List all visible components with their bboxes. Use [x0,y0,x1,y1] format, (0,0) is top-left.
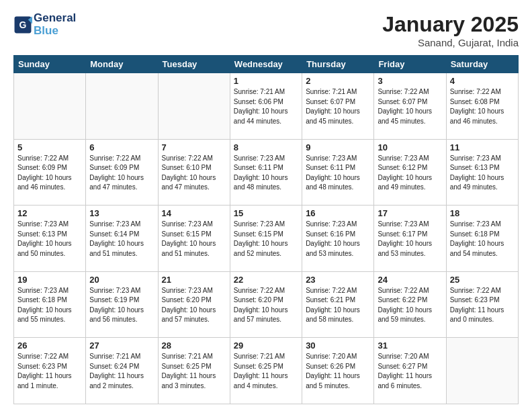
day-cell: 9Sunrise: 7:23 AM Sunset: 6:11 PM Daylig… [302,139,374,205]
col-sunday: Sunday [14,56,86,73]
day-cell: 26Sunrise: 7:22 AM Sunset: 6:23 PM Dayli… [14,338,86,404]
day-number: 29 [234,340,298,351]
day-info: Sunrise: 7:21 AM Sunset: 6:07 PM Dayligh… [306,87,370,126]
day-info: Sunrise: 7:20 AM Sunset: 6:27 PM Dayligh… [378,352,442,391]
day-cell: 15Sunrise: 7:23 AM Sunset: 6:15 PM Dayli… [230,205,302,272]
day-info: Sunrise: 7:23 AM Sunset: 6:12 PM Dayligh… [378,154,442,193]
day-cell: 29Sunrise: 7:21 AM Sunset: 6:25 PM Dayli… [230,338,302,404]
day-info: Sunrise: 7:22 AM Sunset: 6:09 PM Dayligh… [17,154,82,193]
day-number: 18 [450,208,515,218]
day-cell: 27Sunrise: 7:21 AM Sunset: 6:24 PM Dayli… [86,338,158,404]
day-cell: 19Sunrise: 7:23 AM Sunset: 6:18 PM Dayli… [14,271,86,338]
day-cell: 6Sunrise: 7:22 AM Sunset: 6:09 PM Daylig… [86,139,158,205]
week-row-4: 19Sunrise: 7:23 AM Sunset: 6:18 PM Dayli… [14,271,519,338]
day-cell: 20Sunrise: 7:23 AM Sunset: 6:19 PM Dayli… [86,271,158,338]
day-number: 14 [162,208,226,218]
day-number: 6 [89,142,154,152]
day-info: Sunrise: 7:23 AM Sunset: 6:11 PM Dayligh… [306,154,370,193]
day-cell: 18Sunrise: 7:23 AM Sunset: 6:18 PM Dayli… [446,205,518,272]
week-row-2: 5Sunrise: 7:22 AM Sunset: 6:09 PM Daylig… [14,139,519,205]
day-cell: 3Sunrise: 7:22 AM Sunset: 6:07 PM Daylig… [374,73,446,140]
calendar-header-row: Sunday Monday Tuesday Wednesday Thursday… [14,56,519,73]
day-cell: 25Sunrise: 7:22 AM Sunset: 6:23 PM Dayli… [446,271,518,338]
day-cell [14,73,86,140]
header: G General Blue January 2025 Sanand, Guja… [13,12,519,48]
calendar-table: Sunday Monday Tuesday Wednesday Thursday… [13,55,519,404]
month-title: January 2025 [382,12,519,37]
day-info: Sunrise: 7:22 AM Sunset: 6:23 PM Dayligh… [17,352,82,391]
day-cell: 28Sunrise: 7:21 AM Sunset: 6:25 PM Dayli… [158,338,230,404]
day-info: Sunrise: 7:21 AM Sunset: 6:06 PM Dayligh… [234,87,298,126]
day-number: 26 [17,340,82,351]
col-saturday: Saturday [446,56,518,73]
day-number: 22 [234,275,298,285]
day-cell: 10Sunrise: 7:23 AM Sunset: 6:12 PM Dayli… [374,139,446,205]
day-number: 5 [17,142,82,152]
day-number: 19 [17,275,82,285]
day-cell: 11Sunrise: 7:23 AM Sunset: 6:13 PM Dayli… [446,139,518,205]
week-row-5: 26Sunrise: 7:22 AM Sunset: 6:23 PM Dayli… [14,338,519,404]
logo-line2: Blue [34,25,76,38]
day-number: 28 [162,340,226,351]
day-info: Sunrise: 7:22 AM Sunset: 6:10 PM Dayligh… [162,154,226,193]
day-cell: 16Sunrise: 7:23 AM Sunset: 6:16 PM Dayli… [302,205,374,272]
day-info: Sunrise: 7:22 AM Sunset: 6:20 PM Dayligh… [234,286,298,325]
day-cell: 1Sunrise: 7:21 AM Sunset: 6:06 PM Daylig… [230,73,302,140]
day-number: 11 [450,142,515,152]
day-info: Sunrise: 7:20 AM Sunset: 6:26 PM Dayligh… [306,352,370,391]
day-cell: 23Sunrise: 7:22 AM Sunset: 6:21 PM Dayli… [302,271,374,338]
title-block: January 2025 Sanand, Gujarat, India [382,12,519,48]
day-info: Sunrise: 7:23 AM Sunset: 6:19 PM Dayligh… [89,286,154,325]
day-number: 23 [306,275,370,285]
day-info: Sunrise: 7:23 AM Sunset: 6:13 PM Dayligh… [17,220,82,259]
day-cell: 31Sunrise: 7:20 AM Sunset: 6:27 PM Dayli… [374,338,446,404]
day-info: Sunrise: 7:22 AM Sunset: 6:23 PM Dayligh… [450,286,515,325]
day-number: 17 [378,208,442,218]
day-number: 20 [89,275,154,285]
day-number: 3 [378,76,442,86]
col-thursday: Thursday [302,56,374,73]
day-cell [446,338,518,404]
day-cell: 30Sunrise: 7:20 AM Sunset: 6:26 PM Dayli… [302,338,374,404]
day-info: Sunrise: 7:22 AM Sunset: 6:08 PM Dayligh… [450,87,515,126]
day-cell: 5Sunrise: 7:22 AM Sunset: 6:09 PM Daylig… [14,139,86,205]
day-number: 15 [234,208,298,218]
day-number: 30 [306,340,370,351]
day-info: Sunrise: 7:23 AM Sunset: 6:13 PM Dayligh… [450,154,515,193]
day-cell: 22Sunrise: 7:22 AM Sunset: 6:20 PM Dayli… [230,271,302,338]
day-cell: 17Sunrise: 7:23 AM Sunset: 6:17 PM Dayli… [374,205,446,272]
day-number: 31 [378,340,442,351]
col-tuesday: Tuesday [158,56,230,73]
day-info: Sunrise: 7:23 AM Sunset: 6:14 PM Dayligh… [89,220,154,259]
day-cell: 2Sunrise: 7:21 AM Sunset: 6:07 PM Daylig… [302,73,374,140]
week-row-1: 1Sunrise: 7:21 AM Sunset: 6:06 PM Daylig… [14,73,519,140]
day-number: 4 [450,76,515,86]
col-monday: Monday [86,56,158,73]
day-info: Sunrise: 7:21 AM Sunset: 6:25 PM Dayligh… [234,352,298,391]
day-cell: 21Sunrise: 7:23 AM Sunset: 6:20 PM Dayli… [158,271,230,338]
day-info: Sunrise: 7:23 AM Sunset: 6:15 PM Dayligh… [234,220,298,259]
day-cell: 7Sunrise: 7:22 AM Sunset: 6:10 PM Daylig… [158,139,230,205]
day-cell: 12Sunrise: 7:23 AM Sunset: 6:13 PM Dayli… [14,205,86,272]
week-row-3: 12Sunrise: 7:23 AM Sunset: 6:13 PM Dayli… [14,205,519,272]
day-number: 9 [306,142,370,152]
location-subtitle: Sanand, Gujarat, India [382,37,519,48]
day-number: 2 [306,76,370,86]
day-info: Sunrise: 7:21 AM Sunset: 6:24 PM Dayligh… [89,352,154,391]
day-number: 24 [378,275,442,285]
day-info: Sunrise: 7:23 AM Sunset: 6:18 PM Dayligh… [450,220,515,259]
col-friday: Friday [374,56,446,73]
day-info: Sunrise: 7:22 AM Sunset: 6:09 PM Dayligh… [89,154,154,193]
day-cell: 14Sunrise: 7:23 AM Sunset: 6:15 PM Dayli… [158,205,230,272]
day-cell: 8Sunrise: 7:23 AM Sunset: 6:11 PM Daylig… [230,139,302,205]
day-number: 8 [234,142,298,152]
col-wednesday: Wednesday [230,56,302,73]
logo-icon: G [13,15,32,34]
day-number: 27 [89,340,154,351]
day-number: 7 [162,142,226,152]
day-info: Sunrise: 7:21 AM Sunset: 6:25 PM Dayligh… [162,352,226,391]
day-cell: 24Sunrise: 7:22 AM Sunset: 6:22 PM Dayli… [374,271,446,338]
day-number: 25 [450,275,515,285]
svg-text:G: G [19,19,27,30]
day-number: 13 [89,208,154,218]
